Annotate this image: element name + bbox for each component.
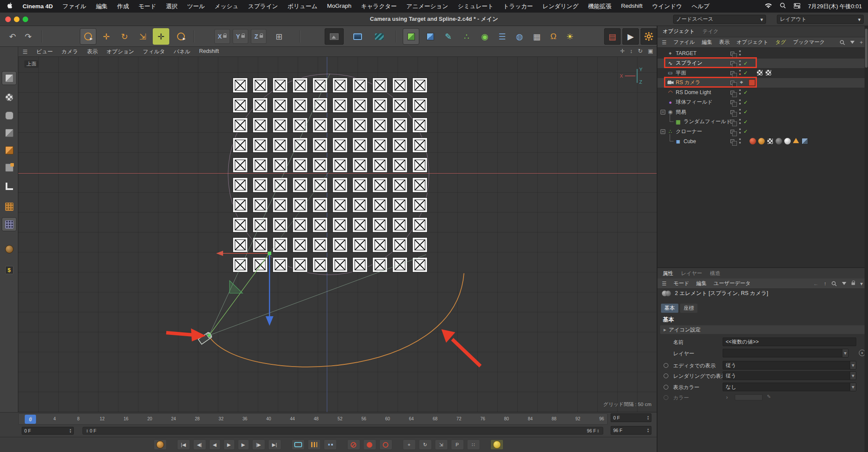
enabled-check[interactable]: ✓ [743,70,748,76]
enabled-check[interactable]: ✓ [743,119,748,125]
om-menu-file[interactable]: ファイル [674,39,695,46]
move-tool[interactable]: ✛ [98,28,115,45]
snap-grid-button[interactable] [2,200,16,213]
parent-up-icon[interactable]: ↑ [824,281,826,287]
object-name[interactable]: 簡易 [676,108,686,116]
visibility-dots[interactable] [739,89,741,91]
om-menu-view[interactable]: 表示 [719,39,730,46]
visibility-dots[interactable] [739,99,741,101]
viewport-menu-item[interactable]: Redshift [199,48,219,56]
dolly-view-icon[interactable]: ↕ [630,48,633,54]
workplane-mode-button[interactable] [2,179,16,193]
viewport-menu-item[interactable]: フィルタ [143,48,165,56]
keyframe-circle-icon[interactable] [664,373,668,378]
autokey-button[interactable] [363,439,376,450]
material-tag-dark[interactable] [776,138,782,144]
display-color-dropdown[interactable]: なし▾ [723,383,856,391]
mograph-cloner-button[interactable]: ∴ [458,28,475,45]
editor-visibility-dropdown[interactable]: 従う▾ [723,361,856,370]
volume-button[interactable]: ◍ [511,28,528,45]
menu-item[interactable]: 作成 [117,3,129,10]
rotate-view-icon[interactable]: ↻ [638,48,643,54]
render-settings-button[interactable] [370,28,389,45]
axis-lock-y-button[interactable]: Y [233,29,248,44]
collapse-icon[interactable]: − [661,129,665,134]
am-panel-menu-icon[interactable]: ▾ [860,281,863,287]
tab-layers[interactable]: レイヤー [681,270,702,277]
warning-tag[interactable] [793,138,799,143]
visibility-dots[interactable] [739,50,741,52]
rotate-tool[interactable]: ↻ [116,28,133,45]
visibility-dots[interactable] [739,138,741,140]
menu-item[interactable]: Redshift [621,3,643,10]
next-frame-button[interactable]: ▶ [238,439,249,450]
enabled-check[interactable]: ✓ [743,128,748,134]
menu-item[interactable]: 編集 [96,3,108,10]
quantize-grid-button[interactable] [2,217,16,231]
render-picture-viewer-button[interactable] [348,28,367,45]
control-center-icon[interactable] [794,3,800,10]
menu-item[interactable]: モード [138,3,156,10]
render-view-button[interactable] [325,28,344,45]
redo-button[interactable]: ↷ [20,28,36,45]
search-icon[interactable] [832,281,837,286]
filter-icon[interactable] [842,282,846,285]
lock-icon[interactable] [852,282,855,285]
object-row-random-field[interactable]: ▦ ランダムフィールド ✓ [658,117,868,127]
layer-toggle[interactable] [730,130,734,134]
object-row-target[interactable]: ⌖ TARGET [658,49,868,58]
menu-item[interactable]: 選択 [166,3,178,10]
preview-range-slider[interactable]: ‖ 0 F 96 F ‖ [82,427,603,435]
layer-toggle[interactable] [730,100,734,104]
wifi-icon[interactable] [765,3,772,10]
material-tag-white[interactable] [784,138,791,144]
layer-dropdown[interactable]: ▾ [723,349,848,357]
nodespace-dropdown[interactable]: ノードスペース ▾ [673,15,766,24]
viewport-menu-item[interactable]: ビュー [36,48,53,56]
key-parameter-toggle[interactable]: P [451,439,464,450]
filter-icon[interactable] [850,41,855,44]
object-name[interactable]: ランダムフィールド [684,118,731,125]
key-pla-toggle[interactable]: ∷ [467,439,480,450]
layer-toggle[interactable] [730,91,734,95]
search-icon[interactable] [840,40,845,45]
points-mode-button[interactable] [2,126,16,140]
model-mode-button[interactable] [2,71,16,85]
object-name[interactable]: 平面 [676,69,686,77]
app-name[interactable]: Cinema 4D [23,3,53,10]
spotlight-search-icon[interactable] [780,3,786,10]
axis-lock-z-button[interactable]: Z [251,29,266,44]
om-burger-icon[interactable]: ☰ [662,39,667,46]
object-name[interactable]: RS Dome Light [676,89,711,95]
object-axis-mode-button[interactable] [2,143,16,157]
uv-mode-button[interactable] [2,160,16,174]
layer-toggle[interactable] [730,120,734,124]
history-back-icon[interactable]: ← [813,281,819,287]
enabled-check[interactable]: ✓ [743,99,748,105]
menu-item[interactable]: シミュレート [458,3,494,10]
active-tool-slot[interactable]: ✛ [153,28,169,45]
keyframe-circle-icon[interactable] [664,363,668,368]
om-menu-edit[interactable]: 編集 [702,39,712,46]
object-row-dome-light[interactable]: ◠ RS Dome Light ✓ [658,88,868,97]
field-button[interactable]: ◉ [477,28,493,45]
om-menu-bookmarks[interactable]: ブックマーク [793,39,825,46]
viewport-burger-icon[interactable]: ☰ [23,49,28,55]
visibility-dots[interactable] [739,128,741,130]
goto-start-button[interactable]: |◀ [177,439,190,450]
menu-item[interactable]: ツール [187,3,205,10]
om-menu-tags[interactable]: タグ [776,39,786,46]
tab-objects[interactable]: オブジェクト [663,28,695,35]
layer-toggle[interactable] [730,139,734,143]
keyframe-circle-icon[interactable] [664,385,668,390]
object-row-falloff[interactable]: − ◉ 簡易 ✓ [658,107,868,117]
menu-item[interactable]: トラッカー [503,3,533,10]
simulation-sphere-button[interactable] [490,439,503,450]
icon-settings-group[interactable]: ▸ アイコン設定 [660,325,866,334]
deformer-button[interactable]: ☰ [494,28,510,45]
timeline-ruler[interactable]: 0 04812162024283236404448525660646872768… [18,413,608,425]
phong-tag[interactable] [802,138,808,144]
menu-item[interactable]: ウインドウ [652,3,682,10]
record-keyframe-button[interactable] [347,439,360,450]
frame-spinner-field[interactable]: 0 F ▴▾ [22,427,74,435]
